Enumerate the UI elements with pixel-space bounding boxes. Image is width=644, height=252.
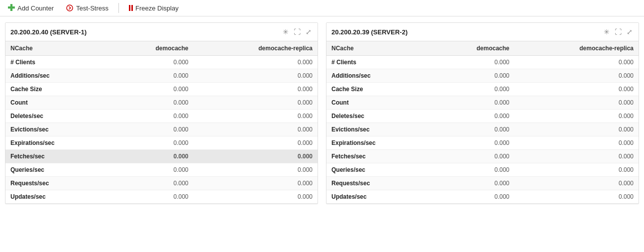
main-content: 20.200.20.40 (SERVER-1)✳⛶⤢NCachedemocach… [0, 16, 644, 210]
row-label: Deletes/sec [5, 110, 110, 123]
row-replica: 0.000 [514, 163, 639, 177]
row-replica: 0.000 [193, 83, 318, 96]
table-row: Requests/sec0.0000.000 [5, 177, 318, 190]
row-democache: 0.000 [110, 69, 194, 83]
row-democache: 0.000 [431, 163, 515, 177]
row-democache: 0.000 [431, 190, 515, 204]
row-replica: 0.000 [193, 69, 318, 83]
row-label: Additions/sec [326, 69, 431, 83]
freeze-display-button[interactable]: Freeze Display [127, 3, 181, 13]
row-democache: 0.000 [431, 69, 515, 83]
row-label: Queries/sec [5, 163, 110, 177]
row-replica: 0.000 [514, 69, 639, 83]
row-replica: 0.000 [514, 190, 639, 204]
row-label: Updates/sec [5, 190, 110, 204]
table-row: Requests/sec0.0000.000 [326, 177, 639, 190]
table-row: Additions/sec0.0000.000 [326, 69, 639, 83]
row-label: Fetches/sec [326, 150, 431, 163]
row-democache: 0.000 [110, 163, 194, 177]
panel-title-server1: 20.200.20.40 (SERVER-1) [10, 28, 87, 36]
row-democache: 0.000 [431, 150, 515, 163]
row-democache: 0.000 [110, 56, 194, 69]
row-democache: 0.000 [431, 177, 515, 190]
row-democache: 0.000 [431, 56, 515, 69]
panel-header-server1: 20.200.20.40 (SERVER-1)✳⛶⤢ [5, 23, 318, 41]
row-replica: 0.000 [193, 136, 318, 150]
table-row: Queries/sec0.0000.000 [5, 163, 318, 177]
test-stress-button[interactable]: Test-Stress [64, 3, 110, 13]
expand-icon[interactable]: ⛶ [293, 27, 302, 37]
row-democache: 0.000 [110, 123, 194, 136]
table-row: Cache Size0.0000.000 [326, 83, 639, 96]
row-label: Evictions/sec [326, 123, 431, 136]
row-democache: 0.000 [110, 110, 194, 123]
row-replica: 0.000 [514, 123, 639, 136]
row-replica: 0.000 [193, 150, 318, 163]
table-row: Count0.0000.000 [5, 96, 318, 110]
row-label: Requests/sec [5, 177, 110, 190]
col-header-1: democache [110, 41, 194, 56]
freeze-display-label: Freeze Display [135, 4, 179, 12]
row-label: Requests/sec [326, 177, 431, 190]
row-label: Count [5, 96, 110, 110]
table-row: Fetches/sec0.0000.000 [5, 150, 318, 163]
row-democache: 0.000 [110, 150, 194, 163]
row-label: Expirations/sec [5, 136, 110, 150]
stress-icon [66, 4, 74, 12]
row-replica: 0.000 [193, 177, 318, 190]
table-row: Queries/sec0.0000.000 [326, 163, 639, 177]
table-row: Deletes/sec0.0000.000 [5, 110, 318, 123]
row-replica: 0.000 [514, 83, 639, 96]
pin-icon[interactable]: ✳ [282, 27, 290, 37]
row-label: Cache Size [326, 83, 431, 96]
row-democache: 0.000 [431, 110, 515, 123]
svg-point-0 [67, 5, 73, 11]
freeze-icon [129, 5, 133, 11]
row-label: Evictions/sec [5, 123, 110, 136]
col-header-0: NCache [326, 41, 431, 56]
table-row: Updates/sec0.0000.000 [326, 190, 639, 204]
table-server2: NCachedemocachedemocache-replica# Client… [326, 41, 639, 204]
expand-icon[interactable]: ⛶ [614, 27, 623, 37]
col-header-0: NCache [5, 41, 110, 56]
row-label: Additions/sec [5, 69, 110, 83]
row-label: Expirations/sec [326, 136, 431, 150]
add-counter-label: Add Counter [17, 4, 54, 12]
row-replica: 0.000 [514, 150, 639, 163]
row-replica: 0.000 [193, 56, 318, 69]
row-label: Deletes/sec [326, 110, 431, 123]
row-replica: 0.000 [193, 123, 318, 136]
table-row: Deletes/sec0.0000.000 [326, 110, 639, 123]
row-democache: 0.000 [110, 83, 194, 96]
table-row: Expirations/sec0.0000.000 [326, 136, 639, 150]
table-row: Expirations/sec0.0000.000 [5, 136, 318, 150]
table-row: # Clients0.0000.000 [5, 56, 318, 69]
col-header-1: democache [431, 41, 515, 56]
row-label: Fetches/sec [5, 150, 110, 163]
row-democache: 0.000 [110, 190, 194, 204]
row-label: Queries/sec [326, 163, 431, 177]
table-row: Count0.0000.000 [326, 96, 639, 110]
row-label: # Clients [5, 56, 110, 69]
row-label: # Clients [326, 56, 431, 69]
maximize-icon[interactable]: ⤢ [626, 27, 634, 37]
add-icon: ✚ [7, 4, 15, 12]
toolbar-divider [118, 3, 119, 13]
table-row: # Clients0.0000.000 [326, 56, 639, 69]
row-democache: 0.000 [431, 83, 515, 96]
maximize-icon[interactable]: ⤢ [305, 27, 313, 37]
add-counter-button[interactable]: ✚ Add Counter [5, 3, 56, 13]
panel-controls-server2: ✳⛶⤢ [603, 27, 634, 37]
row-replica: 0.000 [514, 96, 639, 110]
toolbar: ✚ Add Counter Test-Stress Freeze Display [0, 0, 644, 16]
row-replica: 0.000 [193, 190, 318, 204]
row-democache: 0.000 [110, 96, 194, 110]
pin-icon[interactable]: ✳ [603, 27, 611, 37]
panel-server2: 20.200.20.39 (SERVER-2)✳⛶⤢NCachedemocach… [326, 22, 639, 204]
panel-controls-server1: ✳⛶⤢ [282, 27, 313, 37]
panel-title-server2: 20.200.20.39 (SERVER-2) [331, 28, 408, 36]
row-replica: 0.000 [193, 110, 318, 123]
row-label: Updates/sec [326, 190, 431, 204]
table-row: Additions/sec0.0000.000 [5, 69, 318, 83]
row-replica: 0.000 [514, 110, 639, 123]
